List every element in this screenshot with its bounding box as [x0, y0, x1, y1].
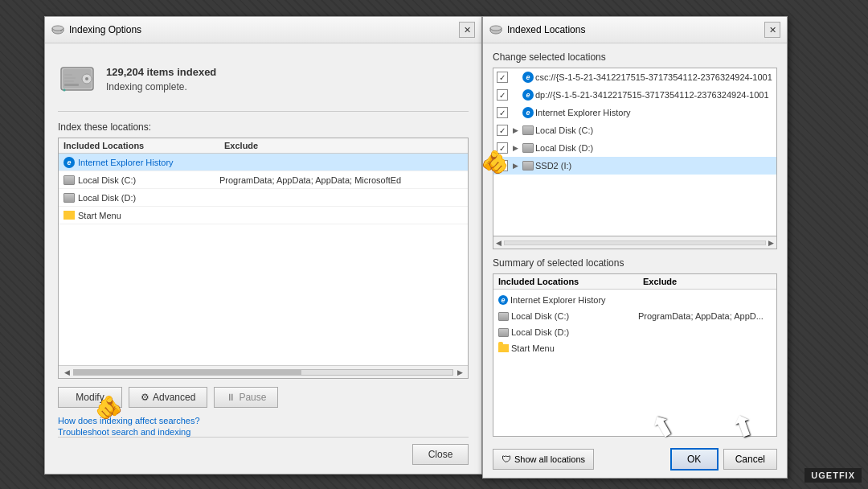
modify-button[interactable]: Modify	[58, 387, 122, 408]
svg-point-15	[490, 26, 502, 31]
indexing-header: 129,204 items indexed Indexing complete.	[58, 53, 469, 112]
table-row[interactable]: Start Menu	[59, 207, 468, 224]
tree-hscrollbar[interactable]: ◀ ▶	[493, 236, 777, 249]
drive-icon	[522, 143, 534, 153]
ie-icon	[63, 157, 75, 168]
tree-label: dp://{S-1-5-21-3412217515-3717354112-237…	[535, 90, 773, 100]
tree-expand-c[interactable]: ▶	[510, 125, 521, 136]
scrollbar[interactable]: ◀ ▶	[59, 365, 468, 378]
indexed-bottom: 🛡 Show all locations OK Cancel	[493, 442, 777, 471]
svg-rect-11	[64, 74, 72, 76]
tree-checkbox[interactable]: ✓	[497, 107, 508, 118]
s-name: Start Menu	[498, 343, 638, 353]
summary-section: Summary of selected locations Included L…	[493, 257, 777, 437]
dialog-buttons: Modify ⚙ Advanced ⏸ Pause	[58, 379, 469, 411]
locations-tree: ✓ csc://{S-1-5-21-3412217515-3717354112-…	[493, 68, 777, 236]
show-all-button[interactable]: 🛡 Show all locations	[493, 449, 594, 470]
scroll-left-btn[interactable]: ◀	[493, 239, 504, 247]
tree-checkbox[interactable]	[497, 160, 508, 171]
indexing-status-label: Indexing complete.	[106, 81, 216, 92]
table-row[interactable]: Internet Explorer History	[59, 154, 468, 171]
indexing-titlebar: Indexing Options ✕	[45, 17, 481, 43]
tree-label: csc://{S-1-5-21-3412217515-3717354112-23…	[535, 72, 773, 82]
tree-checkbox[interactable]: ✓	[497, 142, 508, 154]
table-row[interactable]: Local Disk (D:)	[59, 189, 468, 207]
h-scroll-track	[504, 240, 766, 245]
summary-row[interactable]: Local Disk (D:)	[498, 324, 772, 340]
folder-icon	[63, 211, 75, 220]
tree-row[interactable]: ✓ csc://{S-1-5-21-3412217515-3717354112-…	[493, 68, 776, 86]
cancel-button[interactable]: Cancel	[723, 449, 777, 470]
table-row[interactable]: Local Disk (C:) ProgramData; AppData; Ap…	[59, 171, 468, 189]
summary-label: Summary of selected locations	[493, 257, 777, 269]
tree-expand-d[interactable]: ▶	[510, 142, 521, 154]
ie-icon	[498, 295, 508, 305]
index-these-label: Index these locations:	[58, 121, 469, 133]
tree-row[interactable]: ✓ ▶ Local Disk (D:)	[493, 139, 776, 157]
indexed-title-icon	[489, 23, 502, 38]
tree-checkbox[interactable]: ✓	[497, 125, 508, 136]
pause-button[interactable]: ⏸ Pause	[214, 387, 278, 408]
scroll-left[interactable]: ◀	[60, 368, 73, 376]
folder-icon	[498, 344, 509, 352]
svg-point-1	[52, 26, 63, 31]
indexed-close-button[interactable]: ✕	[764, 22, 780, 38]
tree-expand[interactable]	[510, 107, 521, 118]
col-included-header: Included Locations	[63, 141, 224, 150]
svg-rect-12	[64, 80, 74, 82]
how-link[interactable]: How does indexing affect searches?	[58, 416, 469, 425]
s-name: Internet Explorer History	[498, 295, 638, 305]
drive-icon	[498, 328, 509, 337]
shield-icon: 🛡	[502, 454, 511, 465]
summary-row[interactable]: Local Disk (C:) ProgramData; AppData; Ap…	[498, 308, 772, 324]
svg-rect-10	[64, 77, 76, 79]
indexing-options-dialog: Indexing Options ✕ 129,204 items indexe	[44, 16, 482, 475]
troubleshoot-link[interactable]: Troubleshoot search and indexing	[58, 427, 469, 437]
advanced-button[interactable]: ⚙ Advanced	[129, 387, 207, 408]
tree-label: Local Disk (D:)	[535, 143, 773, 153]
indexing-close-button[interactable]: ✕	[459, 22, 475, 38]
table-body: Internet Explorer History Local Disk (C:…	[59, 154, 468, 365]
ie-icon	[522, 89, 534, 101]
change-locations-label: Change selected locations	[493, 51, 777, 63]
svg-point-13	[63, 89, 66, 92]
hdd-icon	[58, 60, 96, 98]
scroll-track	[73, 369, 453, 376]
drive-icon	[63, 193, 75, 203]
summary-col-included: Included Locations	[498, 277, 643, 286]
tree-label: Internet Explorer History	[535, 108, 773, 117]
tree-checkbox[interactable]: ✓	[497, 72, 508, 83]
watermark: UGETFIX	[805, 468, 862, 483]
tree-row[interactable]: ✓ dp://{S-1-5-21-3412217515-3717354112-2…	[493, 86, 776, 104]
svg-point-8	[85, 77, 88, 80]
indexed-title-text: Indexed Locations	[507, 24, 760, 35]
tree-expand[interactable]	[510, 89, 521, 101]
scroll-right[interactable]: ▶	[453, 368, 466, 376]
tree-checkbox[interactable]: ✓	[497, 89, 508, 101]
s-name: Local Disk (C:)	[498, 311, 638, 321]
tree-expand-i[interactable]: ▶	[510, 160, 521, 171]
summary-table: Included Locations Exclude Internet Expl…	[493, 273, 777, 437]
advanced-btn-icon: ⚙	[141, 392, 149, 403]
close-dialog-button[interactable]: Close	[412, 444, 469, 465]
indexing-title-icon	[51, 23, 64, 38]
tree-expand[interactable]	[510, 72, 521, 83]
loc-name: Start Menu	[63, 211, 219, 220]
drive-icon	[522, 161, 534, 171]
loc-name: Local Disk (D:)	[63, 193, 219, 203]
indexing-title-text: Indexing Options	[69, 24, 454, 35]
ok-button[interactable]: OK	[670, 448, 719, 471]
table-header: Included Locations Exclude	[59, 138, 468, 154]
items-indexed-label: 129,204 items indexed	[106, 66, 216, 78]
tree-row[interactable]: ▶ SSD2 (I:)	[493, 157, 776, 175]
scroll-right-btn[interactable]: ▶	[766, 239, 776, 247]
tree-row[interactable]: ✓ Internet Explorer History	[493, 104, 776, 121]
s-name: Local Disk (D:)	[498, 327, 638, 337]
header-text: 129,204 items indexed Indexing complete.	[106, 66, 216, 92]
tree-row[interactable]: ✓ ▶ Local Disk (C:)	[493, 121, 776, 139]
dialog-links: How does indexing affect searches? Troub…	[58, 416, 469, 437]
col-exclude-header: Exclude	[224, 141, 463, 150]
summary-row[interactable]: Start Menu	[498, 340, 772, 356]
summary-row[interactable]: Internet Explorer History	[498, 292, 772, 308]
summary-col-exclude: Exclude	[643, 277, 772, 286]
